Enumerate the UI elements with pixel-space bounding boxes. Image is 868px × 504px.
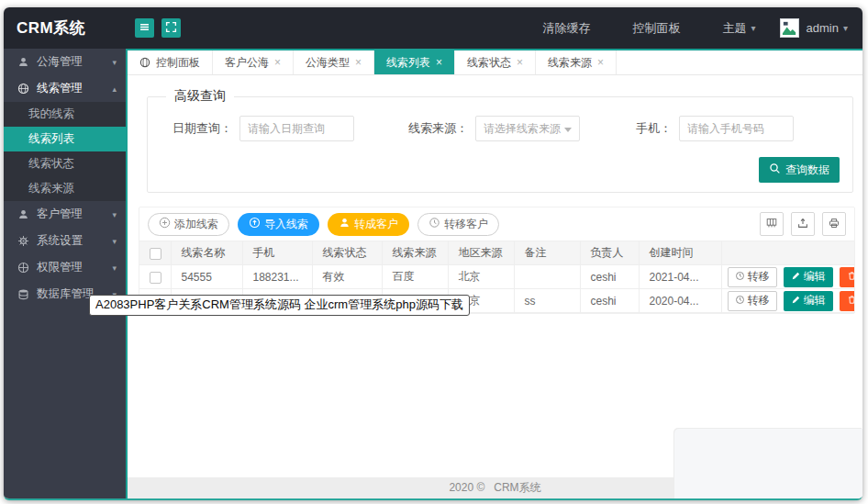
col-header-phone: 手机 [242, 241, 312, 265]
tab-bar: 控制面板 客户公海 × 公海类型 × 线索列表 × 线索状态 × 线索来源 × [128, 50, 862, 75]
col-header-lead-source: 线索来源 [382, 241, 448, 265]
cell-created-at: 2020-04... [639, 289, 721, 313]
table-header-row: 线索名称 手机 线索状态 线索来源 地区来源 备注 负责人 创建时间 [139, 241, 854, 265]
row-checkbox[interactable] [150, 272, 161, 284]
table-toolbar: 添加线索 导入线索 转成客户 转移客户 [139, 207, 854, 241]
cell-region-source: 北京 [448, 265, 514, 289]
row-delete-button[interactable]: 删除 [840, 291, 854, 311]
lead-source-select[interactable]: 请选择线索来源 [475, 116, 580, 141]
date-query-label: 日期查询： [161, 120, 232, 137]
close-icon[interactable]: × [597, 57, 604, 68]
page-tooltip: A2083PHP客户关系CRM管理系统源码 企业crm管理系统php源码下载 [89, 295, 470, 316]
tab-lead-source[interactable]: 线索来源 × [536, 50, 617, 74]
collapse-sidebar-button[interactable] [135, 18, 154, 38]
row-transfer-button[interactable]: 转移 [728, 267, 777, 287]
columns-icon [765, 217, 778, 232]
cell-owner: ceshi [580, 289, 639, 313]
row-edit-button[interactable]: 编辑 [784, 291, 833, 311]
app-window: CRM系统 清除缓存 控制面板 主题▾ admin▾ 公海管理 ▾ 线索管理 ▴… [4, 7, 862, 500]
sidebar-item-lead-status[interactable]: 线索状态 [4, 151, 126, 176]
dashboard-link[interactable]: 控制面板 [633, 20, 681, 37]
transfer-customer-button[interactable]: 转移客户 [417, 213, 499, 236]
sidebar: 公海管理 ▾ 线索管理 ▴ 我的线索 线索列表 线索状态 线索来源 客户管理 ▾… [4, 49, 128, 498]
import-leads-button[interactable]: 导入线索 [238, 213, 319, 236]
user-icon [339, 217, 351, 231]
convert-to-customer-button[interactable]: 转成客户 [328, 213, 409, 236]
fullscreen-button[interactable] [161, 18, 181, 38]
print-button[interactable] [822, 212, 846, 236]
col-header-lead-name: 线索名称 [171, 241, 242, 265]
cell-owner: ceshi [580, 265, 639, 289]
sidebar-item-public-sea[interactable]: 公海管理 ▾ [4, 49, 126, 75]
tab-lead-list[interactable]: 线索列表 × [374, 50, 455, 74]
header-nav: 清除缓存 控制面板 主题▾ admin▾ [501, 18, 862, 38]
globe-icon [139, 57, 150, 68]
row-edit-button[interactable]: 编辑 [784, 267, 833, 287]
phone-label: 手机： [624, 120, 672, 137]
sidebar-item-lead-list[interactable]: 线索列表 [4, 127, 126, 151]
lead-source-label: 线索来源： [387, 120, 468, 137]
user-icon [17, 56, 29, 68]
cell-remark: ss [514, 289, 580, 313]
search-data-button[interactable]: 查询数据 [759, 157, 840, 183]
col-header-created-at: 创建时间 [639, 241, 721, 265]
export-button[interactable] [791, 212, 815, 236]
cell-created-at: 2021-04... [639, 265, 721, 289]
date-query-input[interactable] [239, 116, 354, 141]
tab-lead-status[interactable]: 线索状态 × [455, 50, 536, 74]
clear-cache-link[interactable]: 清除缓存 [543, 20, 591, 37]
query-panel-title: 高级查询 [166, 88, 234, 105]
fullscreen-icon [165, 21, 177, 36]
pencil-icon [791, 295, 801, 308]
theme-menu[interactable]: 主题▾ [723, 20, 756, 37]
sidebar-item-lead-source[interactable]: 线索来源 [4, 176, 126, 201]
trash-icon [847, 271, 854, 284]
cell-lead-status: 有效 [312, 265, 382, 289]
sidebar-item-settings[interactable]: 系统设置 ▾ [4, 228, 126, 254]
col-header-region-source: 地区来源 [448, 241, 514, 265]
phone-input[interactable] [679, 116, 794, 141]
sidebar-item-my-leads[interactable]: 我的线索 [4, 102, 126, 127]
user-icon [17, 208, 29, 220]
search-icon [769, 162, 781, 177]
chevron-down-icon: ▾ [112, 210, 117, 219]
close-icon[interactable]: × [355, 57, 362, 68]
user-menu[interactable]: admin▾ [807, 21, 848, 35]
col-header-owner: 负责人 [580, 241, 639, 265]
col-header-remark: 备注 [514, 241, 580, 265]
top-header: CRM系统 清除缓存 控制面板 主题▾ admin▾ [4, 7, 862, 49]
sidebar-item-customers[interactable]: 客户管理 ▾ [4, 201, 126, 228]
chevron-down-icon: ▾ [112, 58, 117, 67]
gear-icon [17, 235, 29, 247]
col-header-lead-status: 线索状态 [312, 241, 382, 265]
export-icon [796, 217, 809, 232]
query-form-row: 日期查询： 线索来源： 请选择线索来源 手机： [161, 116, 840, 141]
filter-columns-button[interactable] [760, 212, 784, 236]
table-row: 54555 188231... 有效 百度 北京 ceshi 2021-04..… [139, 265, 854, 289]
row-delete-button[interactable]: 删除 [840, 267, 854, 287]
sidebar-item-leads[interactable]: 线索管理 ▴ [4, 75, 126, 102]
tab-sea-type[interactable]: 公海类型 × [294, 50, 374, 74]
close-icon[interactable]: × [274, 57, 281, 68]
chevron-up-icon: ▴ [112, 84, 117, 94]
clock-icon [735, 271, 745, 284]
row-transfer-button[interactable]: 转移 [728, 291, 777, 311]
plus-circle-icon [159, 217, 171, 231]
close-icon[interactable]: × [517, 57, 523, 68]
cell-remark [514, 265, 580, 289]
leads-submenu: 我的线索 线索列表 线索状态 线索来源 [4, 102, 126, 201]
sidebar-item-permissions[interactable]: 权限管理 ▾ [4, 254, 126, 281]
advanced-query-panel: 高级查询 日期查询： 线索来源： 请选择线索来源 手机： 查询数据 [147, 88, 853, 193]
chevron-down-icon: ▾ [112, 237, 117, 246]
tab-dashboard[interactable]: 控制面板 [128, 50, 213, 74]
cell-phone: 188231... [242, 265, 312, 289]
chevron-down-icon: ▾ [112, 263, 117, 273]
select-all-checkbox[interactable] [150, 248, 161, 260]
tab-customer-sea[interactable]: 客户公海 × [213, 50, 294, 74]
close-icon[interactable]: × [436, 57, 442, 68]
blank-popup-overlay [674, 429, 862, 498]
avatar[interactable] [780, 18, 799, 38]
database-icon [17, 288, 29, 300]
add-lead-button[interactable]: 添加线索 [148, 213, 229, 236]
cell-lead-source: 百度 [382, 265, 448, 289]
